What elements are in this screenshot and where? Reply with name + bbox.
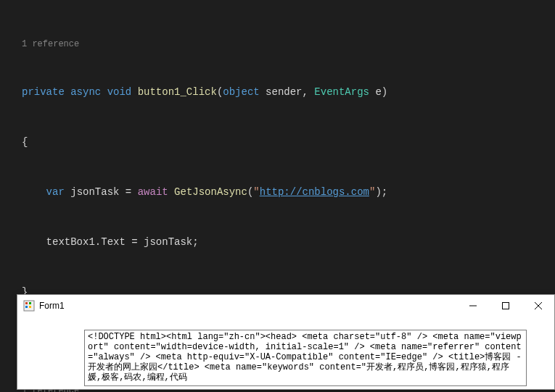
maximize-button[interactable] [489,295,522,317]
window-title: Form1 [39,301,65,311]
svg-rect-2 [29,302,31,304]
code-line: private async void button1_Click(object … [0,84,555,101]
code-line: textBox1.Text = jsonTask; [0,234,555,251]
titlebar[interactable]: Form1 [17,295,554,317]
textbox1[interactable]: <!DOCTYPE html><html lang="zh-cn"><head>… [84,330,527,386]
minimize-button[interactable] [456,295,489,317]
code-line: var jsonTask = await GetJsonAsync("http:… [0,184,555,201]
close-button[interactable] [522,295,554,317]
code-line: { [0,134,555,151]
svg-rect-6 [502,303,509,309]
form-client-area: <!DOCTYPE html><html lang="zh-cn"><head>… [17,317,554,389]
codelens-ref-1[interactable]: 1 reference [0,38,555,51]
app-icon [23,300,35,312]
svg-rect-1 [25,302,28,304]
form1-window[interactable]: Form1 <!DOCTYPE html><html lang="zh-cn">… [17,294,555,390]
svg-rect-3 [25,306,28,308]
svg-rect-4 [29,306,31,308]
